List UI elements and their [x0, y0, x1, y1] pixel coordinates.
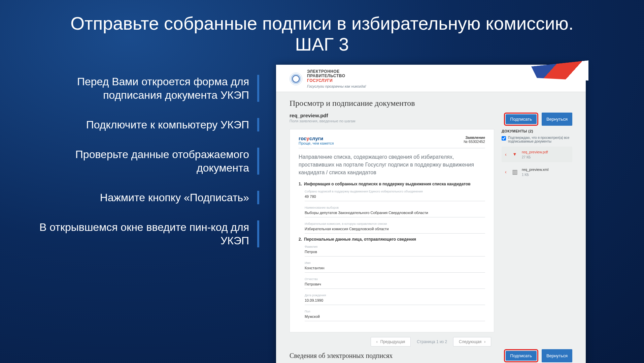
chevron-right-icon: › — [484, 339, 485, 344]
confirm-checkbox[interactable]: Подтверждаю, что я просмотрел(а) все под… — [502, 136, 572, 143]
pager: ‹Предыдущая Страница 1 из 2 Следующая› — [290, 337, 572, 346]
xml-icon: ▥ — [511, 168, 518, 176]
field-sex: ПолМужской — [305, 308, 485, 321]
back-button-bottom[interactable]: Вернуться — [542, 349, 572, 362]
field-dob: Дата рождения10.09.1990 — [305, 292, 485, 305]
next-page-button[interactable]: Следующая› — [453, 337, 491, 346]
sign-button-top[interactable]: Подписать — [506, 114, 537, 124]
gov-logo-icon — [290, 72, 302, 85]
chevron-left-icon: ‹ — [505, 152, 508, 157]
confirm-checkbox-input[interactable] — [502, 136, 506, 141]
documents-panel-title: ДОКУМЕНТЫ (2) — [502, 129, 572, 133]
file-name-block: req_preview.pdf Поля заявления, введенны… — [290, 113, 355, 123]
page-heading: Просмотр и подписание документов — [290, 99, 572, 108]
portal-title: ЭЛЕКТРОННОЕ ПРАВИТЕЛЬСТВО ГОСУСЛУГИ Госу… — [307, 69, 366, 88]
instruction-column: Перед Вами откроется форма для подписани… — [30, 65, 259, 363]
pdf-icon: ▼ — [511, 152, 518, 157]
section-1-heading: 1.Информация о собранных подписях в подд… — [299, 182, 485, 186]
field-name: ИмяКонстантин — [305, 260, 485, 273]
doc-item-pdf[interactable]: ‹ ▼ req_preview.pdf27 КБ — [502, 147, 572, 162]
field-patronymic: ОтчествоПетрович — [305, 276, 485, 289]
step-4: Нажмите кнопку «Подписать» — [30, 191, 259, 204]
embedded-screenshot: ЭЛЕКТРОННОЕ ПРАВИТЕЛЬСТВО ГОСУСЛУГИ Госу… — [276, 65, 586, 363]
application-number: Заявление № 65302452 — [464, 135, 485, 144]
step-5: В открывшемся окне введите пин-код для У… — [30, 220, 259, 247]
document-description: Направление списка, содержащего сведения… — [299, 153, 485, 177]
chevron-left-icon: ‹ — [376, 339, 378, 344]
signatures-heading: Сведения об электронных подписях — [290, 352, 393, 360]
field-commission: Избирательная комиссия, в которую направ… — [305, 221, 485, 234]
section-2-heading: 2.Персональные данные лица, отправляющег… — [299, 237, 485, 242]
field-count: Собрано подписей в поддержку выдвижения … — [305, 188, 485, 201]
doc-item-xml[interactable]: ‹ ▥ req_preview.xml1 КБ — [502, 164, 572, 180]
step-1: Перед Вами откроется форма для подписани… — [30, 75, 259, 102]
step-3: Проверьте данные отображаемого документа — [30, 148, 259, 175]
prev-page-button[interactable]: ‹Предыдущая — [371, 337, 411, 346]
field-election: Наименование выборовВыборы депутатов Зак… — [305, 205, 485, 217]
slide-title: Отправьте собранные подписи в избиратель… — [30, 13, 614, 55]
documents-panel: ДОКУМЕНТЫ (2) Подтверждаю, что я просмот… — [502, 129, 572, 333]
back-button-top[interactable]: Вернуться — [542, 113, 572, 126]
gosuslugi-brand: госуслуги — [299, 135, 334, 141]
sign-button-bottom[interactable]: Подписать — [506, 351, 537, 361]
step-2: Подключите к компьютеру УКЭП — [30, 118, 259, 131]
chevron-left-icon: ‹ — [505, 169, 508, 175]
page-indicator: Страница 1 из 2 — [417, 339, 447, 344]
field-surname: ФамилияПетров — [305, 244, 485, 256]
document-preview: госуслуги Проще, чем кажется Заявление №… — [290, 129, 494, 333]
